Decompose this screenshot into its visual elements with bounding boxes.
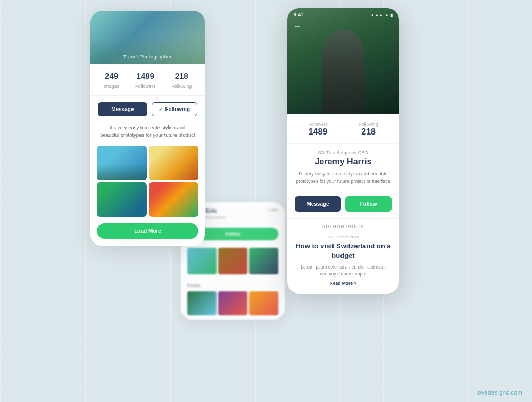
- profile-actions: Message Follow: [287, 191, 399, 218]
- mid-thumb-1[interactable]: [187, 248, 217, 274]
- status-icons: ▲▲▲ ▲ ▮: [370, 13, 393, 18]
- action-row: Message ✓ Following: [90, 96, 205, 122]
- read-more-link[interactable]: Read More >: [295, 281, 392, 286]
- cover-text: Travel Photographer: [90, 54, 205, 60]
- pstat-following: Following 218: [359, 122, 378, 137]
- author-posts: AUTHOR POSTS 26 October 2019 How to visi…: [287, 218, 399, 294]
- following-button[interactable]: ✓ Following: [152, 102, 198, 116]
- message-button-right[interactable]: Message: [295, 196, 341, 212]
- photo-grid: [90, 146, 205, 223]
- mid-thumb-4[interactable]: [187, 291, 217, 315]
- signal-icon: ▲▲▲: [370, 13, 383, 18]
- mid-thumb-6[interactable]: [249, 291, 278, 315]
- phone-left: Travel Photographer 249 Images 1489 Foll…: [90, 11, 205, 246]
- message-button[interactable]: Message: [98, 102, 147, 116]
- mid-photo-grid: [181, 245, 285, 279]
- mid-photo-grid-2: [187, 291, 278, 315]
- pstat-followers: Followers 1489: [308, 122, 327, 137]
- wifi-icon: ▲: [385, 13, 389, 18]
- back-arrow-icon[interactable]: ←: [294, 22, 301, 30]
- follow-button-right[interactable]: Follow: [345, 196, 392, 212]
- photo-thumb-4[interactable]: [149, 182, 199, 217]
- phone-right: 9:41 ▲▲▲ ▲ ▮ ← Followers 1489 Following …: [287, 8, 399, 294]
- stats-row: 249 Images 1489 Followers 218 Following: [90, 64, 205, 96]
- photo-thumb-1[interactable]: [97, 146, 147, 180]
- profile-stats: Followers 1489 Following 218: [287, 114, 399, 144]
- mid-thumb-3[interactable]: [249, 248, 278, 274]
- mid-thumb-2[interactable]: [218, 248, 247, 274]
- load-more-button[interactable]: Load More: [97, 223, 198, 239]
- watermark: lovedesignc.com: [477, 389, 522, 396]
- stat-images: 249 Images: [104, 71, 120, 90]
- check-icon: ✓: [159, 107, 163, 112]
- cover-image: Travel Photographer: [90, 11, 205, 64]
- bio-text: it's very easy to create stylish and bea…: [90, 122, 205, 146]
- stat-followers: 1489 Followers: [135, 71, 156, 90]
- hero-image: 9:41 ▲▲▲ ▲ ▮ ←: [287, 8, 399, 114]
- stat-following: 218 Following: [171, 71, 192, 90]
- battery-icon: ▮: [390, 13, 393, 18]
- profile-info: SD Travel Agency CEO Jeremy Harris it's …: [287, 144, 399, 191]
- photo-thumb-2[interactable]: [149, 146, 199, 180]
- status-bar: 9:41 ▲▲▲ ▲ ▮: [294, 12, 393, 18]
- photo-thumb-3[interactable]: [97, 182, 147, 217]
- mid-section: Posts: [181, 279, 285, 320]
- mid-thumb-5[interactable]: [218, 291, 247, 315]
